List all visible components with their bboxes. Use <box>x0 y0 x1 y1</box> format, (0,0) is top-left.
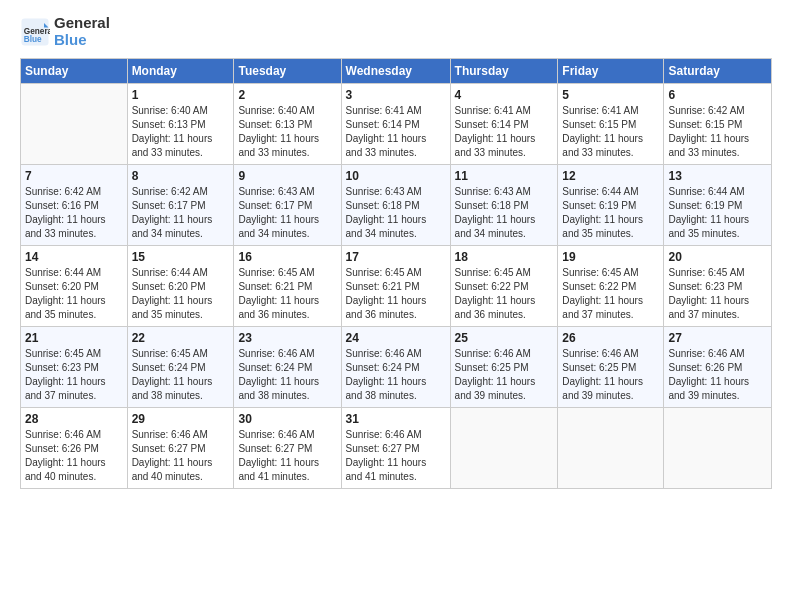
weekday-header: Monday <box>127 59 234 84</box>
calendar-cell: 27Sunrise: 6:46 AM Sunset: 6:26 PM Dayli… <box>664 327 772 408</box>
day-number: 9 <box>238 169 336 183</box>
calendar-cell: 21Sunrise: 6:45 AM Sunset: 6:23 PM Dayli… <box>21 327 128 408</box>
day-number: 25 <box>455 331 554 345</box>
page-container: General Blue General Blue SundayMondayTu… <box>0 0 792 499</box>
calendar-cell: 4Sunrise: 6:41 AM Sunset: 6:14 PM Daylig… <box>450 84 558 165</box>
calendar-cell <box>450 408 558 489</box>
calendar-cell: 15Sunrise: 6:44 AM Sunset: 6:20 PM Dayli… <box>127 246 234 327</box>
calendar-cell: 3Sunrise: 6:41 AM Sunset: 6:14 PM Daylig… <box>341 84 450 165</box>
day-number: 30 <box>238 412 336 426</box>
day-info: Sunrise: 6:45 AM Sunset: 6:21 PM Dayligh… <box>238 266 336 322</box>
day-number: 18 <box>455 250 554 264</box>
calendar-cell: 12Sunrise: 6:44 AM Sunset: 6:19 PM Dayli… <box>558 165 664 246</box>
calendar-cell: 29Sunrise: 6:46 AM Sunset: 6:27 PM Dayli… <box>127 408 234 489</box>
day-info: Sunrise: 6:43 AM Sunset: 6:18 PM Dayligh… <box>455 185 554 241</box>
day-info: Sunrise: 6:46 AM Sunset: 6:25 PM Dayligh… <box>562 347 659 403</box>
day-number: 6 <box>668 88 767 102</box>
day-number: 16 <box>238 250 336 264</box>
calendar-cell: 25Sunrise: 6:46 AM Sunset: 6:25 PM Dayli… <box>450 327 558 408</box>
svg-text:Blue: Blue <box>24 34 42 43</box>
day-info: Sunrise: 6:44 AM Sunset: 6:19 PM Dayligh… <box>562 185 659 241</box>
logo-text-line1: General <box>54 15 110 32</box>
calendar-cell: 13Sunrise: 6:44 AM Sunset: 6:19 PM Dayli… <box>664 165 772 246</box>
calendar-cell <box>21 84 128 165</box>
day-number: 5 <box>562 88 659 102</box>
day-info: Sunrise: 6:45 AM Sunset: 6:22 PM Dayligh… <box>455 266 554 322</box>
calendar-cell: 7Sunrise: 6:42 AM Sunset: 6:16 PM Daylig… <box>21 165 128 246</box>
day-info: Sunrise: 6:45 AM Sunset: 6:24 PM Dayligh… <box>132 347 230 403</box>
calendar-header: SundayMondayTuesdayWednesdayThursdayFrid… <box>21 59 772 84</box>
day-info: Sunrise: 6:44 AM Sunset: 6:20 PM Dayligh… <box>25 266 123 322</box>
day-info: Sunrise: 6:45 AM Sunset: 6:22 PM Dayligh… <box>562 266 659 322</box>
day-number: 12 <box>562 169 659 183</box>
day-info: Sunrise: 6:46 AM Sunset: 6:24 PM Dayligh… <box>238 347 336 403</box>
day-info: Sunrise: 6:42 AM Sunset: 6:17 PM Dayligh… <box>132 185 230 241</box>
page-header: General Blue General Blue <box>20 15 772 48</box>
calendar-cell: 20Sunrise: 6:45 AM Sunset: 6:23 PM Dayli… <box>664 246 772 327</box>
day-info: Sunrise: 6:42 AM Sunset: 6:15 PM Dayligh… <box>668 104 767 160</box>
calendar-cell: 14Sunrise: 6:44 AM Sunset: 6:20 PM Dayli… <box>21 246 128 327</box>
calendar-cell: 10Sunrise: 6:43 AM Sunset: 6:18 PM Dayli… <box>341 165 450 246</box>
weekday-header: Sunday <box>21 59 128 84</box>
day-number: 31 <box>346 412 446 426</box>
calendar-cell: 16Sunrise: 6:45 AM Sunset: 6:21 PM Dayli… <box>234 246 341 327</box>
day-info: Sunrise: 6:41 AM Sunset: 6:14 PM Dayligh… <box>346 104 446 160</box>
calendar-cell: 30Sunrise: 6:46 AM Sunset: 6:27 PM Dayli… <box>234 408 341 489</box>
day-number: 23 <box>238 331 336 345</box>
day-number: 11 <box>455 169 554 183</box>
day-info: Sunrise: 6:45 AM Sunset: 6:23 PM Dayligh… <box>25 347 123 403</box>
day-info: Sunrise: 6:43 AM Sunset: 6:17 PM Dayligh… <box>238 185 336 241</box>
day-info: Sunrise: 6:44 AM Sunset: 6:20 PM Dayligh… <box>132 266 230 322</box>
logo-icon: General Blue <box>20 17 50 47</box>
day-number: 4 <box>455 88 554 102</box>
day-number: 3 <box>346 88 446 102</box>
day-number: 8 <box>132 169 230 183</box>
weekday-header: Wednesday <box>341 59 450 84</box>
weekday-header: Friday <box>558 59 664 84</box>
calendar-cell: 8Sunrise: 6:42 AM Sunset: 6:17 PM Daylig… <box>127 165 234 246</box>
day-info: Sunrise: 6:46 AM Sunset: 6:27 PM Dayligh… <box>132 428 230 484</box>
calendar-cell: 1Sunrise: 6:40 AM Sunset: 6:13 PM Daylig… <box>127 84 234 165</box>
day-info: Sunrise: 6:45 AM Sunset: 6:23 PM Dayligh… <box>668 266 767 322</box>
calendar-cell: 28Sunrise: 6:46 AM Sunset: 6:26 PM Dayli… <box>21 408 128 489</box>
day-info: Sunrise: 6:46 AM Sunset: 6:26 PM Dayligh… <box>668 347 767 403</box>
day-number: 2 <box>238 88 336 102</box>
day-number: 13 <box>668 169 767 183</box>
day-info: Sunrise: 6:42 AM Sunset: 6:16 PM Dayligh… <box>25 185 123 241</box>
calendar-cell: 2Sunrise: 6:40 AM Sunset: 6:13 PM Daylig… <box>234 84 341 165</box>
week-row: 7Sunrise: 6:42 AM Sunset: 6:16 PM Daylig… <box>21 165 772 246</box>
calendar-cell: 24Sunrise: 6:46 AM Sunset: 6:24 PM Dayli… <box>341 327 450 408</box>
day-number: 28 <box>25 412 123 426</box>
week-row: 14Sunrise: 6:44 AM Sunset: 6:20 PM Dayli… <box>21 246 772 327</box>
day-number: 14 <box>25 250 123 264</box>
day-number: 1 <box>132 88 230 102</box>
calendar-cell <box>664 408 772 489</box>
logo-text-line2: Blue <box>54 32 110 49</box>
week-row: 28Sunrise: 6:46 AM Sunset: 6:26 PM Dayli… <box>21 408 772 489</box>
day-info: Sunrise: 6:44 AM Sunset: 6:19 PM Dayligh… <box>668 185 767 241</box>
day-number: 22 <box>132 331 230 345</box>
calendar-cell: 5Sunrise: 6:41 AM Sunset: 6:15 PM Daylig… <box>558 84 664 165</box>
weekday-row: SundayMondayTuesdayWednesdayThursdayFrid… <box>21 59 772 84</box>
calendar-cell: 18Sunrise: 6:45 AM Sunset: 6:22 PM Dayli… <box>450 246 558 327</box>
calendar-body: 1Sunrise: 6:40 AM Sunset: 6:13 PM Daylig… <box>21 84 772 489</box>
day-number: 7 <box>25 169 123 183</box>
calendar-cell: 22Sunrise: 6:45 AM Sunset: 6:24 PM Dayli… <box>127 327 234 408</box>
day-info: Sunrise: 6:40 AM Sunset: 6:13 PM Dayligh… <box>238 104 336 160</box>
day-number: 20 <box>668 250 767 264</box>
day-info: Sunrise: 6:43 AM Sunset: 6:18 PM Dayligh… <box>346 185 446 241</box>
day-number: 19 <box>562 250 659 264</box>
calendar-cell: 19Sunrise: 6:45 AM Sunset: 6:22 PM Dayli… <box>558 246 664 327</box>
day-info: Sunrise: 6:46 AM Sunset: 6:26 PM Dayligh… <box>25 428 123 484</box>
day-info: Sunrise: 6:46 AM Sunset: 6:24 PM Dayligh… <box>346 347 446 403</box>
day-info: Sunrise: 6:45 AM Sunset: 6:21 PM Dayligh… <box>346 266 446 322</box>
calendar-cell: 17Sunrise: 6:45 AM Sunset: 6:21 PM Dayli… <box>341 246 450 327</box>
week-row: 21Sunrise: 6:45 AM Sunset: 6:23 PM Dayli… <box>21 327 772 408</box>
day-info: Sunrise: 6:40 AM Sunset: 6:13 PM Dayligh… <box>132 104 230 160</box>
week-row: 1Sunrise: 6:40 AM Sunset: 6:13 PM Daylig… <box>21 84 772 165</box>
day-number: 26 <box>562 331 659 345</box>
calendar-cell: 23Sunrise: 6:46 AM Sunset: 6:24 PM Dayli… <box>234 327 341 408</box>
logo: General Blue General Blue <box>20 15 110 48</box>
day-number: 29 <box>132 412 230 426</box>
day-number: 17 <box>346 250 446 264</box>
